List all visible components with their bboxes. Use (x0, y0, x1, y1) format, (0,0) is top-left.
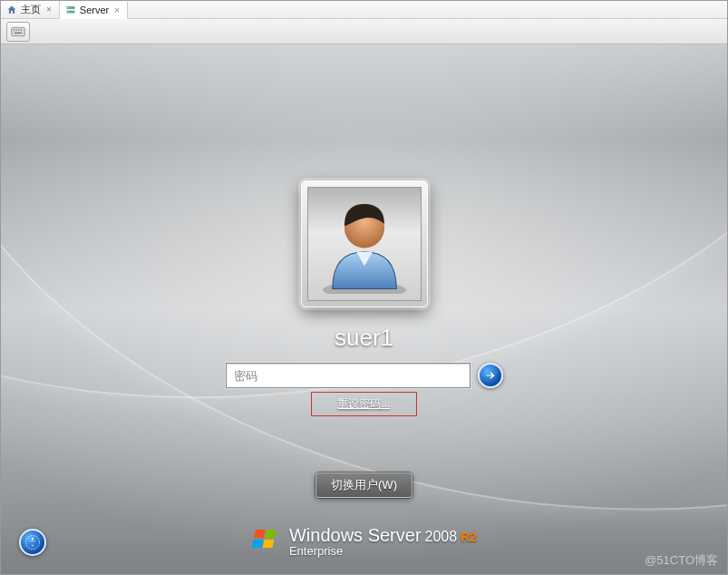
switch-user-button[interactable]: 切换用户(W) (315, 473, 413, 498)
svg-rect-8 (21, 29, 22, 30)
svg-rect-14 (253, 530, 265, 538)
password-row (226, 363, 503, 388)
svg-point-2 (68, 7, 69, 8)
svg-point-3 (68, 12, 69, 13)
user-block: suer1 重设密码... (226, 180, 503, 416)
avatar-frame (301, 180, 428, 307)
svg-rect-0 (66, 6, 74, 9)
tab-strip: 主页 × Server × (1, 1, 727, 19)
svg-rect-6 (15, 29, 16, 30)
close-icon[interactable]: × (112, 5, 121, 15)
password-input[interactable] (226, 363, 471, 388)
tab-label: Server (80, 5, 109, 15)
svg-rect-17 (262, 540, 274, 548)
username-label: suer1 (335, 324, 393, 352)
brand-year: 2008 (425, 530, 458, 545)
login-screen: suer1 重设密码... 切换用户(W) (1, 44, 727, 574)
svg-point-13 (32, 538, 34, 540)
brand-r2: R2 (461, 531, 477, 544)
arrow-right-icon (484, 369, 497, 382)
tab-server[interactable]: Server × (60, 2, 128, 19)
submit-button[interactable] (478, 363, 503, 388)
svg-rect-5 (14, 29, 15, 30)
svg-rect-9 (15, 32, 22, 33)
brand-text: Windows Server 2008 R2 Enterprise (289, 526, 477, 558)
svg-rect-16 (251, 540, 263, 548)
svg-rect-1 (66, 11, 74, 14)
windows-logo-icon (251, 526, 280, 555)
svg-rect-4 (12, 27, 25, 35)
user-avatar-icon (307, 187, 422, 301)
branding: Windows Server 2008 R2 Enterprise (251, 526, 477, 558)
send-cad-button[interactable] (6, 22, 30, 42)
ease-of-access-icon (24, 534, 41, 551)
close-icon[interactable]: × (44, 5, 53, 15)
svg-rect-7 (18, 29, 19, 30)
svg-rect-15 (264, 530, 276, 538)
watermark: @51CTO博客 (645, 552, 718, 569)
brand-edition: Enterprise (289, 545, 477, 558)
server-icon (65, 5, 76, 15)
brand-product: Windows Server (289, 526, 422, 545)
home-icon (6, 5, 17, 15)
tab-label: 主页 (21, 3, 41, 16)
reset-password-link[interactable]: 重设密码... (311, 392, 416, 416)
app-window: 主页 × Server × (0, 0, 728, 575)
tab-home[interactable]: 主页 × (1, 1, 60, 18)
reset-password-row: 重设密码... (311, 392, 416, 416)
toolbar (1, 19, 727, 44)
ease-of-access-button[interactable] (19, 529, 46, 556)
keyboard-icon (11, 26, 25, 37)
